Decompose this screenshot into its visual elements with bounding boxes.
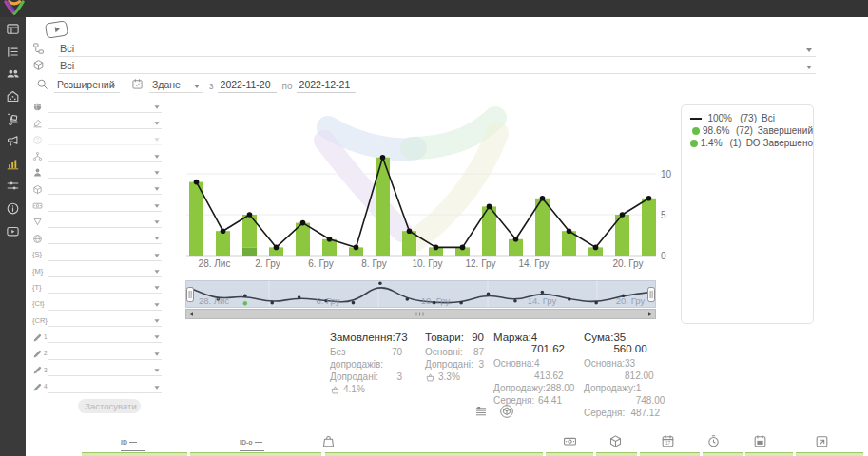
filter-row-cr: {CR} <box>32 312 162 328</box>
navigator-handle[interactable] <box>187 288 194 302</box>
column-header-calendar-arrow-icon[interactable] <box>815 432 829 449</box>
sidebar-item-info-circle[interactable] <box>0 199 26 218</box>
filter-select[interactable] <box>48 165 162 179</box>
sidebar-item-dashboard-panel[interactable] <box>0 19 26 38</box>
date-type-select[interactable]: Здане <box>149 79 203 93</box>
filter-select[interactable] <box>48 199 162 212</box>
filter-row-t: {T} <box>32 279 162 295</box>
filter-select[interactable] <box>48 132 162 145</box>
filter-select[interactable] <box>48 100 162 113</box>
filter-select[interactable] <box>48 280 162 294</box>
filter-select[interactable] <box>48 380 162 393</box>
filter-select[interactable] <box>48 330 162 343</box>
settings-sliders-icon <box>6 177 20 194</box>
table-row-cell[interactable] <box>596 452 637 456</box>
filter-select[interactable] <box>48 297 162 311</box>
product-select[interactable]: Всі <box>58 60 816 74</box>
legend-dot-swatch <box>692 127 700 135</box>
list-flag-toggle[interactable] <box>474 402 488 419</box>
sidebar-item-statistics-chart[interactable] <box>0 154 26 173</box>
svg-text:0: 0 <box>661 251 666 261</box>
filter-select[interactable] <box>48 215 162 228</box>
search-mode-select[interactable]: Розширений <box>54 79 120 93</box>
sidebar-item-customers-users[interactable] <box>0 64 26 83</box>
chart-navigator[interactable]: 28. Лис6. Гру10. Гру14. Гру20. Гру <box>185 280 656 324</box>
category-select[interactable]: Всі <box>58 43 816 57</box>
stat-title: Замовлення:73 <box>330 332 402 343</box>
table-row-cell[interactable] <box>640 452 700 456</box>
brand-v-logo-icon <box>3 0 26 16</box>
brace-m-icon: {M} <box>32 267 43 276</box>
filter-row-hierarchy <box>32 147 162 163</box>
sidebar-item-video-tutorial[interactable] <box>0 220 26 239</box>
svg-text:6. Гру: 6. Гру <box>308 258 333 269</box>
column-header-calendar-date-icon[interactable] <box>661 432 675 449</box>
hierarchy-icon <box>32 147 43 164</box>
cube-circle-toggle[interactable] <box>499 402 514 419</box>
svg-text:14. Гру: 14. Гру <box>519 258 550 269</box>
chevron-down-icon <box>154 220 159 223</box>
stat-row: Основна:4 413.62 <box>493 357 562 382</box>
stat-row: Допродажу:288.00 <box>493 382 562 394</box>
table-row-cell[interactable] <box>796 452 863 456</box>
svg-text:10. Гру: 10. Гру <box>421 295 451 306</box>
sidebar-item-marketing-megaphone[interactable] <box>0 131 26 150</box>
pencil-icon <box>32 345 43 362</box>
svg-text:20. Гру: 20. Гру <box>613 258 644 269</box>
legend-item-всі[interactable]: 100%(73)Всі <box>682 112 813 124</box>
topbar <box>0 0 868 17</box>
filter-row-pencil1: 1 <box>32 329 162 345</box>
chevron-down-icon <box>154 105 159 108</box>
sidebar-item-settings-sliders[interactable] <box>0 176 26 195</box>
search-mode-row: Розширений Здане з 2022-11-20 по 2022-12… <box>36 78 356 93</box>
orders-list-icon <box>6 43 20 60</box>
filter-select[interactable] <box>48 264 162 277</box>
sidebar-nav <box>0 17 26 456</box>
filter-select[interactable] <box>48 347 162 360</box>
filter-select[interactable] <box>48 116 162 129</box>
table-row-cell[interactable] <box>82 452 187 456</box>
stat-title: Сума:35 560.00 <box>584 332 660 354</box>
sidebar-item-orders-list[interactable] <box>0 42 26 61</box>
filter-select[interactable] <box>48 314 162 327</box>
tree-icon <box>32 39 45 56</box>
column-header-id-o[interactable]: ID-o <box>240 431 266 454</box>
chart-scrollbar[interactable] <box>186 310 656 319</box>
filter-select[interactable] <box>48 231 162 244</box>
filter-select[interactable] <box>48 363 162 376</box>
brace-s-icon: {S} <box>32 250 42 258</box>
stat-row: Середня:487.12 <box>584 407 660 419</box>
navigator-handle[interactable] <box>648 288 655 302</box>
filter-select[interactable] <box>48 181 162 195</box>
column-header-bag-icon[interactable] <box>321 432 336 449</box>
stat-column-3: Маржа:4 701.62Основна:4 413.62Допродажу:… <box>493 332 562 407</box>
sidebar-item-warehouse-home[interactable] <box>0 86 26 105</box>
column-header-id[interactable]: ID <box>121 431 147 454</box>
person-icon <box>32 163 43 180</box>
filter-row-pencil4: 4 <box>32 378 162 394</box>
column-header-calendar-solid-icon[interactable] <box>753 432 767 449</box>
sidebar-item-supply-trolley[interactable] <box>0 108 26 127</box>
column-header-package-icon[interactable] <box>608 432 623 449</box>
video-help-button[interactable] <box>45 20 68 38</box>
globe-icon <box>32 229 43 246</box>
table-row-cell[interactable] <box>703 452 743 456</box>
legend-item-do-завершено[interactable]: 1.4%(1)DO Завершено <box>682 137 813 149</box>
column-header-clock-icon[interactable] <box>706 432 721 449</box>
table-row-cell[interactable] <box>325 452 543 456</box>
chevron-down-icon <box>154 139 159 142</box>
table-row-cell[interactable] <box>546 452 593 456</box>
apply-button[interactable]: Застосувати <box>78 399 141 413</box>
product-filter-row: Всі <box>32 59 816 74</box>
svg-text:10: 10 <box>661 169 672 180</box>
date-from-input[interactable]: 2022-11-20 <box>218 79 277 93</box>
table-row-cell[interactable] <box>190 452 321 456</box>
filter-select[interactable] <box>48 248 162 261</box>
date-to-input[interactable]: 2022-12-21 <box>297 79 356 93</box>
legend-item-завершений[interactable]: 98.6%(72)Завершений <box>682 124 813 137</box>
filter-select[interactable] <box>48 149 162 162</box>
table-row-cell[interactable] <box>745 452 793 456</box>
svg-text:12. Гру: 12. Гру <box>466 258 496 269</box>
chevron-down-icon <box>154 270 159 273</box>
column-header-banknote-icon[interactable] <box>563 432 577 449</box>
